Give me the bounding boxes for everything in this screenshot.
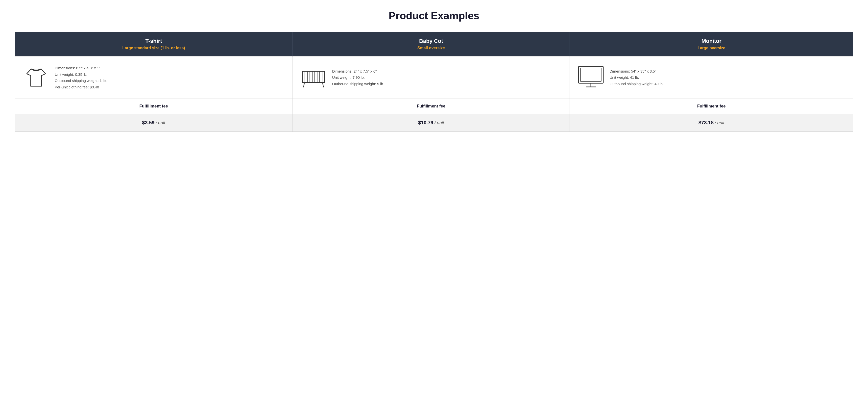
svg-line-10 bbox=[323, 82, 323, 87]
babycot-info: Dimensions: 24" x 7.5" x 6" Unit weight:… bbox=[332, 68, 384, 87]
tshirt-extra: Per-unit clothing fee: $0.40 bbox=[55, 85, 99, 89]
fee-label-tshirt: Fulfillment fee bbox=[15, 99, 292, 114]
product-size-tshirt: Large standard size (1 lb. or less) bbox=[122, 46, 185, 50]
fee-value-cell-tshirt: $3.59 / unit bbox=[15, 114, 292, 132]
details-cell-tshirt: Dimensions: 8.5" x 4.8" x 1" Unit weight… bbox=[15, 56, 292, 99]
svg-rect-12 bbox=[581, 68, 601, 82]
fee-amount-babycot: $10.79 bbox=[418, 120, 433, 125]
tshirt-info: Dimensions: 8.5" x 4.8" x 1" Unit weight… bbox=[55, 65, 106, 90]
tshirt-outbound-weight: Outbound shipping weight: 1 lb. bbox=[55, 79, 106, 83]
details-row: Dimensions: 8.5" x 4.8" x 1" Unit weight… bbox=[15, 56, 853, 99]
fee-value-row: $3.59 / unit $10.79 / unit $73.18 / unit bbox=[15, 114, 853, 132]
fee-label-monitor: Fulfillment fee bbox=[570, 99, 853, 114]
fee-label-babycot: Fulfillment fee bbox=[292, 99, 570, 114]
header-cell-babycot: Baby Cot Small oversize bbox=[292, 32, 570, 56]
product-size-monitor: Large oversize bbox=[698, 46, 725, 50]
babycot-unit-weight: Unit weight: 7.90 lb. bbox=[332, 75, 365, 80]
fee-value-cell-monitor: $73.18 / unit bbox=[570, 114, 853, 132]
product-size-babycot: Small oversize bbox=[417, 46, 445, 50]
fee-unit-monitor: / unit bbox=[715, 120, 724, 125]
page-title: Product Examples bbox=[15, 10, 853, 22]
monitor-info: Dimensions: 54" x 35" x 3.5" Unit weight… bbox=[610, 68, 663, 87]
product-name-tshirt: T-shirt bbox=[23, 38, 285, 44]
svg-rect-11 bbox=[579, 66, 603, 83]
header-cell-monitor: Monitor Large oversize bbox=[570, 32, 853, 56]
product-name-babycot: Baby Cot bbox=[300, 38, 562, 44]
svg-line-9 bbox=[304, 82, 304, 87]
monitor-dimensions: Dimensions: 54" x 35" x 3.5" bbox=[610, 69, 656, 73]
tshirt-dimensions: Dimensions: 8.5" x 4.8" x 1" bbox=[55, 66, 100, 70]
details-cell-monitor: Dimensions: 54" x 35" x 3.5" Unit weight… bbox=[570, 56, 853, 99]
tshirt-icon bbox=[23, 64, 50, 91]
fee-amount-tshirt: $3.59 bbox=[142, 120, 154, 125]
tshirt-unit-weight: Unit weight: 0.35 lb. bbox=[55, 72, 87, 77]
babycot-dimensions: Dimensions: 24" x 7.5" x 6" bbox=[332, 69, 377, 73]
fee-amount-monitor: $73.18 bbox=[699, 120, 714, 125]
fee-value-cell-babycot: $10.79 / unit bbox=[292, 114, 570, 132]
product-name-monitor: Monitor bbox=[577, 38, 845, 44]
babycot-icon bbox=[300, 64, 327, 91]
fee-unit-tshirt: / unit bbox=[156, 120, 165, 125]
monitor-unit-weight: Unit weight: 41 lb. bbox=[610, 75, 639, 80]
table-header-row: T-shirt Large standard size (1 lb. or le… bbox=[15, 32, 853, 56]
details-cell-babycot: Dimensions: 24" x 7.5" x 6" Unit weight:… bbox=[292, 56, 570, 99]
product-table: T-shirt Large standard size (1 lb. or le… bbox=[15, 32, 853, 132]
fee-unit-babycot: / unit bbox=[434, 120, 444, 125]
monitor-icon bbox=[577, 64, 604, 91]
fee-label-row: Fulfillment fee Fulfillment fee Fulfillm… bbox=[15, 99, 853, 114]
header-cell-tshirt: T-shirt Large standard size (1 lb. or le… bbox=[15, 32, 292, 56]
babycot-outbound-weight: Outbound shipping weight: 9 lb. bbox=[332, 82, 384, 86]
monitor-outbound-weight: Outbound shipping weight: 49 lb. bbox=[610, 82, 663, 86]
svg-rect-0 bbox=[302, 71, 324, 82]
